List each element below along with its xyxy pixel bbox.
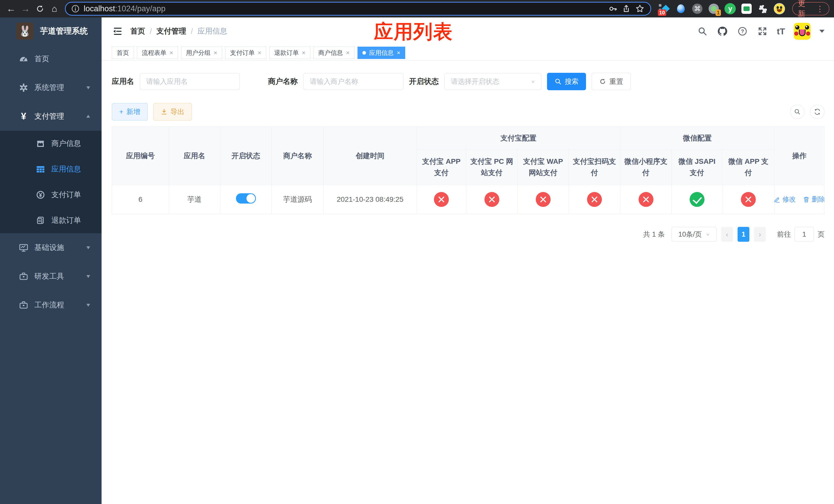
y-extension-icon[interactable]: y	[724, 3, 736, 14]
export-button[interactable]: 导出	[153, 103, 192, 120]
add-button[interactable]: + 新增	[112, 103, 148, 120]
forward-icon[interactable]: →	[19, 2, 32, 15]
close-icon[interactable]: ×	[302, 49, 305, 56]
close-icon[interactable]: ×	[170, 49, 173, 56]
cross-icon	[536, 192, 551, 207]
tab-home[interactable]: 首页	[112, 47, 134, 59]
delete-link[interactable]: 删除	[803, 195, 825, 204]
yen-icon: ¥	[19, 111, 28, 122]
github-icon[interactable]	[717, 26, 728, 37]
sidebar-item-infrastructure[interactable]: 基础设施 ▼	[0, 233, 102, 262]
reload-icon	[36, 4, 44, 13]
password-key-icon[interactable]	[608, 4, 618, 13]
edit-link[interactable]: 修改	[774, 195, 796, 204]
tab-merchant-info[interactable]: 商户信息×	[313, 47, 354, 59]
table-toolbar: + 新增 导出	[112, 103, 825, 120]
site-info-icon[interactable]	[71, 5, 80, 13]
profile-avatar-icon[interactable]	[774, 3, 785, 14]
home-icon[interactable]: ⌂	[48, 2, 61, 15]
font-size-icon[interactable]: tT	[777, 26, 785, 37]
table-row: 6 芋道 芋道源码 2021-10-23 08:49:25	[112, 185, 825, 214]
cell-merchant: 芋道源码	[271, 185, 324, 214]
app-name-input[interactable]	[140, 73, 240, 90]
tags-view: 首页 流程表单× 用户分组× 支付订单× 退款订单× 商户信息× 应用信息×	[102, 45, 834, 61]
col-merchant: 商户名称	[271, 127, 324, 185]
col-app-name: 应用名	[169, 127, 220, 185]
url-text[interactable]: localhost:1024/pay/app	[84, 4, 604, 13]
reload-icon[interactable]	[34, 2, 46, 15]
share-icon[interactable]	[622, 4, 631, 13]
tab-process-form[interactable]: 流程表单×	[137, 47, 178, 59]
sidebar-item-system[interactable]: 系统管理 ▼	[0, 73, 102, 102]
sidebar-item-dev-tools[interactable]: 研发工具 ▼	[0, 262, 102, 291]
sidebar-item-app-info[interactable]: 应用信息	[0, 156, 102, 182]
back-icon[interactable]: ←	[5, 2, 18, 15]
search-icon[interactable]	[697, 26, 708, 37]
chevron-down-icon: ∨	[706, 232, 710, 237]
recorder-extension-icon[interactable]: 1	[708, 3, 719, 14]
goto-page-input[interactable]	[794, 227, 814, 242]
group-wechat-config: 微信配置	[620, 127, 774, 150]
avatar-caret-icon[interactable]	[819, 30, 825, 36]
breadcrumb-payment[interactable]: 支付管理	[156, 26, 186, 37]
app-name-label: 应用名	[112, 76, 134, 87]
hide-search-button[interactable]	[790, 105, 805, 119]
sidebar-item-home[interactable]: 首页	[0, 45, 102, 73]
sidebar-item-workflow[interactable]: 工作流程 ▼	[0, 291, 102, 319]
prev-page-button[interactable]: ‹	[721, 227, 733, 242]
command-extension-icon[interactable]: ⌘	[692, 3, 703, 14]
sidebar-item-merchant-info[interactable]: 商户信息	[0, 131, 102, 156]
browser-update-button[interactable]: 更新 ⋮	[792, 2, 829, 15]
tab-refund-order[interactable]: 退款订单×	[269, 47, 310, 59]
page-size-select[interactable]: 10条/页 ∨	[672, 227, 717, 242]
refresh-icon	[814, 108, 821, 115]
tab-pay-order[interactable]: 支付订单×	[225, 47, 266, 59]
status-label: 开启状态	[409, 76, 439, 87]
col-alipay-qr: 支付宝扫码支付	[569, 150, 620, 185]
close-icon[interactable]: ×	[258, 49, 261, 56]
cross-icon	[587, 192, 602, 207]
breadcrumb: 首页 / 支付管理 / 应用信息	[130, 26, 227, 37]
address-bar[interactable]: localhost:1024/pay/app	[65, 2, 651, 16]
cell-alipay-wap	[518, 185, 569, 214]
cross-icon	[639, 192, 654, 207]
tab-user-group[interactable]: 用户分组×	[181, 47, 222, 59]
tab-app-info[interactable]: 应用信息×	[357, 47, 405, 59]
sidebar-item-pay-order[interactable]: 支付订单	[0, 182, 102, 208]
bookmark-star-icon[interactable]	[635, 4, 645, 14]
refund-document-icon	[36, 216, 45, 225]
cross-icon	[741, 192, 756, 207]
balloon-extension-icon[interactable]	[675, 3, 686, 14]
next-page-button[interactable]: ›	[754, 227, 766, 242]
close-icon[interactable]: ×	[346, 49, 350, 56]
page-number-1[interactable]: 1	[738, 227, 749, 242]
chevron-down-icon: ∨	[531, 79, 535, 84]
browser-menu-icon[interactable]: ⋮	[816, 4, 824, 13]
tampermonkey-extension-icon[interactable]: 10	[659, 3, 670, 14]
col-wx-app: 微信 APP 支付	[722, 150, 774, 185]
app-logo[interactable]: 🐰 芋道管理系统	[0, 18, 102, 45]
close-icon[interactable]: ×	[214, 49, 217, 56]
cell-created: 2021-10-23 08:49:25	[324, 185, 417, 214]
refresh-table-button[interactable]	[810, 105, 825, 119]
puzzle-extensions-icon[interactable]	[757, 3, 769, 14]
sidebar-item-refund-order[interactable]: 退款订单	[0, 208, 102, 233]
active-dot	[363, 51, 366, 54]
col-alipay-wap: 支付宝 WAP 网站支付	[518, 150, 569, 185]
merchant-name-input[interactable]	[303, 73, 403, 90]
svg-text:?: ?	[741, 28, 744, 34]
help-icon[interactable]: ?	[737, 26, 748, 37]
user-avatar[interactable]	[794, 23, 811, 40]
search-button[interactable]: 搜索	[547, 73, 586, 90]
reset-button[interactable]: 重置	[592, 73, 631, 90]
col-wx-jsapi: 微信 JSAPI 支付	[672, 150, 722, 185]
chat-extension-icon[interactable]	[741, 3, 752, 14]
status-select[interactable]: 请选择开启状态 ∨	[444, 73, 541, 90]
sidebar-fold-icon[interactable]	[112, 25, 124, 37]
breadcrumb-home[interactable]: 首页	[130, 26, 145, 37]
sidebar-item-payment[interactable]: ¥ 支付管理 ▼	[0, 102, 102, 131]
close-icon[interactable]: ×	[397, 49, 400, 56]
fullscreen-icon[interactable]	[757, 26, 768, 37]
grid-table-icon	[36, 165, 45, 174]
enabled-toggle[interactable]	[236, 193, 256, 204]
